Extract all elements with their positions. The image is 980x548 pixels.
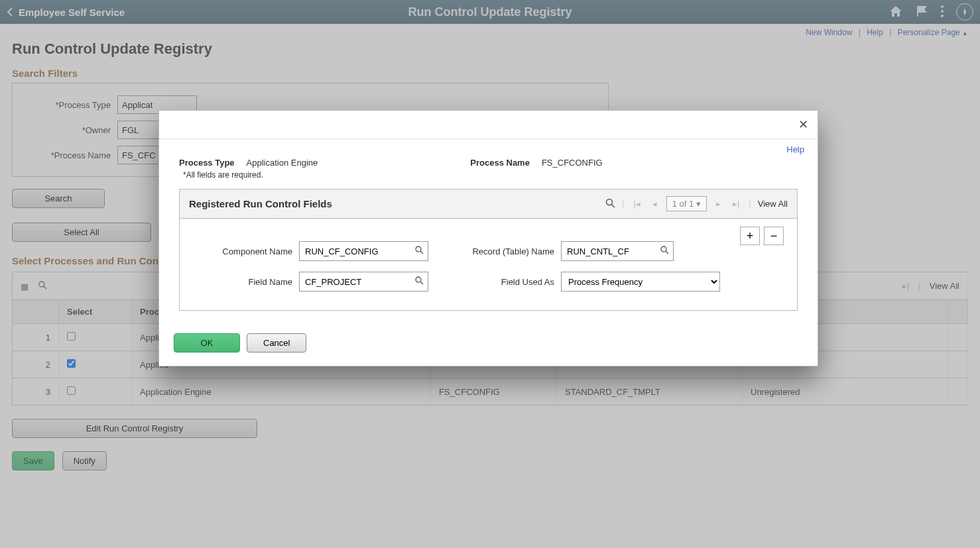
svg-line-12: [420, 282, 423, 284]
svg-point-7: [416, 247, 421, 252]
modal-dialog: ✕ Help Process Type Application Engine P…: [158, 110, 818, 366]
svg-line-8: [420, 251, 423, 254]
lookup-icon[interactable]: [410, 276, 428, 287]
view-all-link[interactable]: View All: [758, 199, 788, 209]
modal-process-type-value: Application Engine: [247, 158, 318, 168]
field-name-input[interactable]: [300, 277, 410, 287]
required-note: *All fields are required.: [183, 170, 798, 180]
grid-find-icon[interactable]: [605, 198, 615, 210]
delete-row-button[interactable]: −: [764, 227, 784, 245]
cancel-button[interactable]: Cancel: [247, 333, 306, 353]
svg-point-11: [416, 277, 421, 282]
registered-fields-grid: Registered Run Control Fields | |◂ ◂ 1 o…: [179, 189, 798, 311]
lookup-icon[interactable]: [656, 246, 673, 256]
modal-help-link[interactable]: Help: [786, 144, 804, 154]
field-name-label: Field Name: [193, 277, 292, 287]
field-used-as-label: Field Used As: [448, 277, 554, 287]
modal-process-type-label: Process Type: [179, 158, 235, 168]
close-icon[interactable]: ✕: [798, 117, 808, 132]
field-used-as-select[interactable]: Process Frequency: [561, 272, 720, 292]
next-icon[interactable]: ▸: [713, 199, 723, 209]
grid-title: Registered Run Control Fields: [189, 198, 332, 209]
record-name-input[interactable]: [562, 247, 656, 256]
component-name-input[interactable]: [300, 247, 410, 256]
svg-point-5: [606, 199, 612, 205]
first-icon[interactable]: |◂: [631, 199, 643, 209]
modal-process-name-label: Process Name: [470, 158, 530, 168]
prev-icon[interactable]: ◂: [650, 199, 660, 209]
last-icon[interactable]: ▸|: [730, 199, 742, 209]
svg-line-6: [611, 204, 615, 207]
record-name-label: Record (Table) Name: [448, 247, 554, 256]
lookup-icon[interactable]: [410, 246, 428, 256]
component-name-label: Component Name: [193, 247, 292, 256]
svg-line-10: [666, 251, 668, 254]
add-row-button[interactable]: +: [740, 227, 760, 245]
ok-button[interactable]: OK: [174, 333, 240, 353]
row-counter[interactable]: 1 of 1 ▾: [666, 196, 707, 211]
svg-point-9: [661, 247, 666, 252]
modal-process-name-value: FS_CFCONFIG: [542, 158, 603, 168]
